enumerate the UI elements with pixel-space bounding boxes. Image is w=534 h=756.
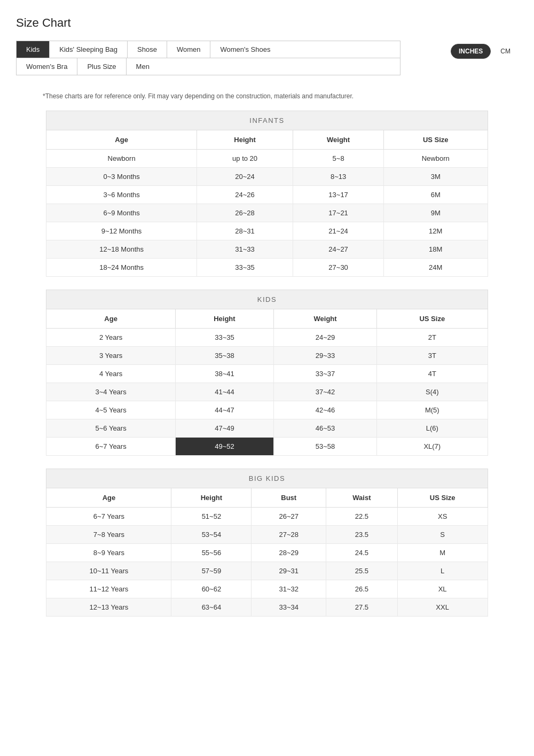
table-row: 3~4 Years 41~44 37~42 S(4) bbox=[46, 383, 488, 401]
us-size-cell: XXL bbox=[397, 598, 488, 617]
us-size-cell: XL bbox=[397, 580, 488, 598]
age-cell: 12~18 Months bbox=[46, 240, 197, 259]
infants-col-us-size: US Size bbox=[383, 130, 488, 150]
age-cell: 6~9 Months bbox=[46, 204, 197, 222]
tab-men[interactable]: Men bbox=[127, 58, 159, 75]
big-kids-col-age: Age bbox=[46, 488, 171, 508]
kids-col-height: Height bbox=[175, 309, 273, 329]
big-kids-col-bust: Bust bbox=[252, 488, 326, 508]
tabs-and-units-container: Kids Kids' Sleeping Bag Shose Women Wome… bbox=[16, 41, 518, 85]
us-size-cell: S(4) bbox=[376, 383, 488, 401]
weight-cell: 17~21 bbox=[293, 204, 384, 222]
big-kids-col-waist: Waist bbox=[326, 488, 398, 508]
weight-cell: 24~29 bbox=[274, 329, 377, 347]
bust-cell: 31~32 bbox=[252, 580, 326, 598]
us-size-cell: L(6) bbox=[376, 419, 488, 438]
bust-cell: 28~29 bbox=[252, 544, 326, 562]
tab-plus-size[interactable]: Plus Size bbox=[77, 58, 126, 75]
table-row: 12~18 Months 31~33 24~27 18M bbox=[46, 240, 488, 259]
us-size-cell: 2T bbox=[376, 329, 488, 347]
kids-col-weight: Weight bbox=[274, 309, 377, 329]
tabs-wrapper: Kids Kids' Sleeping Bag Shose Women Wome… bbox=[16, 41, 445, 85]
table-row: 2 Years 33~35 24~29 2T bbox=[46, 329, 488, 347]
us-size-cell: 3T bbox=[376, 347, 488, 365]
age-cell: 4~5 Years bbox=[46, 401, 175, 419]
infants-col-weight: Weight bbox=[293, 130, 384, 150]
waist-cell: 27.5 bbox=[326, 598, 398, 617]
height-cell: 35~38 bbox=[175, 347, 273, 365]
us-size-cell: 6M bbox=[383, 186, 488, 204]
tab-womens-bra[interactable]: Women's Bra bbox=[17, 58, 77, 75]
weight-cell: 27~30 bbox=[293, 259, 384, 277]
tab-kids[interactable]: Kids bbox=[17, 41, 50, 58]
table-row: 6~7 Years 51~52 26~27 22.5 XS bbox=[46, 508, 488, 526]
height-cell: 31~33 bbox=[197, 240, 293, 259]
kids-col-us-size: US Size bbox=[376, 309, 488, 329]
waist-cell: 22.5 bbox=[326, 508, 398, 526]
us-size-cell: M bbox=[397, 544, 488, 562]
table-row: 4~5 Years 44~47 42~46 M(5) bbox=[46, 401, 488, 419]
height-cell: 33~35 bbox=[197, 259, 293, 277]
height-cell: 51~52 bbox=[171, 508, 252, 526]
kids-col-age: Age bbox=[46, 309, 175, 329]
us-size-cell: L bbox=[397, 562, 488, 580]
height-cell: 33~35 bbox=[175, 329, 273, 347]
bust-cell: 26~27 bbox=[252, 508, 326, 526]
weight-cell: 42~46 bbox=[274, 401, 377, 419]
height-cell: 38~41 bbox=[175, 365, 273, 383]
table-row: 5~6 Years 47~49 46~53 L(6) bbox=[46, 419, 488, 438]
height-cell: 53~54 bbox=[171, 526, 252, 544]
weight-cell: 8~13 bbox=[293, 168, 384, 186]
table-row: 3~6 Months 24~26 13~17 6M bbox=[46, 186, 488, 204]
table-row: 11~12 Years 60~62 31~32 26.5 XL bbox=[46, 580, 488, 598]
page-title: Size Chart bbox=[16, 16, 518, 30]
big-kids-section-header: BIG KIDS bbox=[46, 469, 488, 488]
cm-button[interactable]: CM bbox=[493, 44, 518, 58]
age-cell: 10~11 Years bbox=[46, 562, 171, 580]
age-cell: 8~9 Years bbox=[46, 544, 171, 562]
inches-button[interactable]: INCHES bbox=[451, 44, 491, 59]
tab-women[interactable]: Women bbox=[167, 41, 211, 58]
infants-section-header: INFANTS bbox=[46, 111, 488, 130]
tab-row-1: Kids Kids' Sleeping Bag Shose Women Wome… bbox=[17, 41, 400, 58]
us-size-cell: XL(7) bbox=[376, 438, 488, 456]
kids-table: KIDS Age Height Weight US Size 2 Years 3… bbox=[46, 290, 488, 456]
tab-kids-sleeping-bag[interactable]: Kids' Sleeping Bag bbox=[50, 41, 128, 58]
infants-table: INFANTS Age Height Weight US Size Newbor… bbox=[46, 111, 488, 277]
us-size-cell: 12M bbox=[383, 222, 488, 240]
age-cell: 9~12 Months bbox=[46, 222, 197, 240]
height-cell: 47~49 bbox=[175, 419, 273, 438]
age-cell: 4 Years bbox=[46, 365, 175, 383]
tab-row-2: Women's Bra Plus Size Men bbox=[17, 58, 400, 75]
weight-cell: 24~27 bbox=[293, 240, 384, 259]
table-row: 6~9 Months 26~28 17~21 9M bbox=[46, 204, 488, 222]
tab-shose[interactable]: Shose bbox=[128, 41, 167, 58]
height-cell: 41~44 bbox=[175, 383, 273, 401]
weight-cell: 33~37 bbox=[274, 365, 377, 383]
table-row: 7~8 Years 53~54 27~28 23.5 S bbox=[46, 526, 488, 544]
table-row: 4 Years 38~41 33~37 4T bbox=[46, 365, 488, 383]
tab-womens-shoes[interactable]: Women's Shoes bbox=[210, 41, 280, 58]
big-kids-col-us-size: US Size bbox=[397, 488, 488, 508]
weight-cell: 21~24 bbox=[293, 222, 384, 240]
tabs-container: Kids Kids' Sleeping Bag Shose Women Wome… bbox=[16, 41, 400, 75]
weight-cell: 29~33 bbox=[274, 347, 377, 365]
waist-cell: 25.5 bbox=[326, 562, 398, 580]
age-cell: 11~12 Years bbox=[46, 580, 171, 598]
waist-cell: 26.5 bbox=[326, 580, 398, 598]
waist-cell: 24.5 bbox=[326, 544, 398, 562]
table-row: 8~9 Years 55~56 28~29 24.5 M bbox=[46, 544, 488, 562]
height-cell: 20~24 bbox=[197, 168, 293, 186]
us-size-cell: 18M bbox=[383, 240, 488, 259]
height-cell: 44~47 bbox=[175, 401, 273, 419]
weight-cell: 5~8 bbox=[293, 150, 384, 168]
age-cell: 6~7 Years bbox=[46, 438, 175, 456]
height-cell: 57~59 bbox=[171, 562, 252, 580]
us-size-cell: M(5) bbox=[376, 401, 488, 419]
table-row: Newborn up to 20 5~8 Newborn bbox=[46, 150, 488, 168]
table-row: 10~11 Years 57~59 29~31 25.5 L bbox=[46, 562, 488, 580]
height-cell: 28~31 bbox=[197, 222, 293, 240]
table-row: 9~12 Months 28~31 21~24 12M bbox=[46, 222, 488, 240]
age-cell: 6~7 Years bbox=[46, 508, 171, 526]
weight-cell: 13~17 bbox=[293, 186, 384, 204]
